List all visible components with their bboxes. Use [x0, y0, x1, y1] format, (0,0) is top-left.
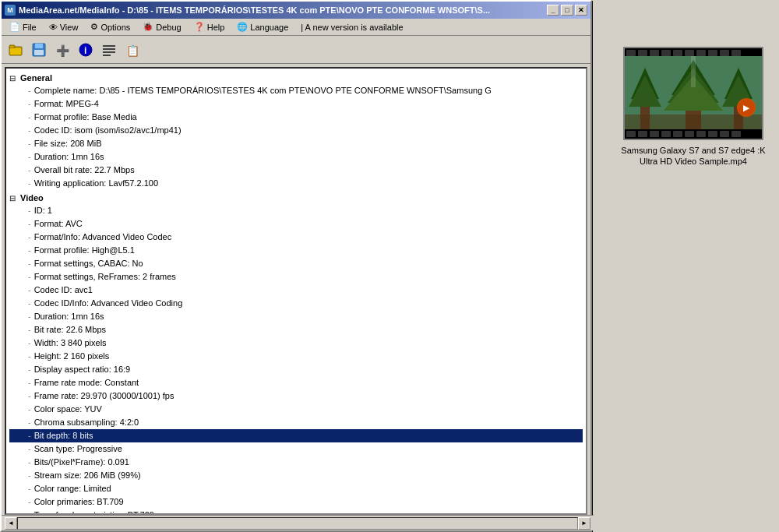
- property-text: Format profile: High@L5.1: [34, 245, 135, 256]
- video-property-row: -Format settings, CABAC: No: [9, 257, 583, 270]
- video-property-row: -Chroma subsampling: 4:2:0: [9, 416, 583, 429]
- dash: -: [28, 324, 31, 336]
- svg-rect-2: [10, 48, 21, 55]
- title-buttons: _ □ ✕: [547, 5, 587, 16]
- toolbar-save-button[interactable]: [28, 39, 50, 61]
- toolbar-list-button[interactable]: [98, 39, 120, 61]
- property-text: Color primaries: BT.709: [34, 496, 124, 508]
- dash: -: [28, 364, 31, 375]
- dash: -: [28, 443, 31, 455]
- dash: -: [28, 298, 31, 309]
- property-text: Format settings, CABAC: No: [34, 258, 143, 270]
- filmstrip-bottom: [625, 129, 762, 139]
- video-property-row: -Format/Info: Advanced Video Codec: [9, 231, 583, 244]
- property-text: File size: 208 MiB: [34, 138, 102, 150]
- menu-debug[interactable]: 🐞 Debug: [136, 19, 187, 35]
- status-bar: ◄ ►: [2, 515, 594, 530]
- property-text: ID: 1: [34, 205, 52, 217]
- general-section-header: ⊟ General: [9, 73, 583, 83]
- menu-language[interactable]: 🌐 Language: [231, 19, 294, 35]
- save-icon: [31, 42, 47, 58]
- video-property-row: -Display aspect ratio: 16:9: [9, 363, 583, 376]
- dash: -: [28, 178, 31, 189]
- video-property-row: -Duration: 1mn 16s: [9, 310, 583, 323]
- dash: -: [28, 231, 31, 243]
- maximize-button[interactable]: □: [561, 5, 573, 16]
- open-folder-icon: [8, 42, 23, 58]
- svg-rect-26: [625, 115, 762, 131]
- property-text: Display aspect ratio: 16:9: [34, 364, 131, 375]
- general-property-row: -Writing application: Lavf57.2.100: [9, 177, 583, 190]
- video-property-row: -Transfer characteristics: BT.709: [9, 509, 583, 515]
- menu-options[interactable]: ⚙ Options: [84, 19, 136, 35]
- property-text: Transfer characteristics: BT.709: [34, 509, 154, 515]
- refresh-icon: ➕: [55, 42, 70, 58]
- svg-rect-1: [9, 45, 15, 48]
- video-property-row: -Color range: Limited: [9, 482, 583, 495]
- dash: -: [28, 337, 31, 349]
- dash: -: [28, 258, 31, 270]
- property-text: Overall bit rate: 22.7 Mbps: [34, 164, 135, 176]
- dash: -: [28, 284, 31, 296]
- play-icon-overlay: ▶: [737, 98, 756, 117]
- toolbar-info-button[interactable]: i: [75, 39, 97, 61]
- video-property-row: -ID: 1: [9, 204, 583, 217]
- export-icon: 📋: [125, 42, 140, 58]
- svg-rect-11: [103, 51, 115, 53]
- property-text: Chroma subsampling: 4:2:0: [34, 417, 139, 428]
- svg-rect-10: [103, 48, 115, 50]
- general-property-row: -Complete name: D:\85 - ITEMS TEMPORÁRIO…: [9, 84, 583, 97]
- property-text: Color space: YUV: [34, 403, 102, 415]
- property-text: Format: AVC: [34, 218, 83, 230]
- minimize-button[interactable]: _: [547, 5, 559, 16]
- dash: -: [28, 430, 31, 442]
- filmstrip-hole-7: [696, 50, 706, 56]
- property-text: Bit rate: 22.6 Mbps: [34, 324, 106, 336]
- close-button[interactable]: ✕: [575, 5, 587, 16]
- view-icon: 👁: [49, 23, 58, 32]
- app-icon: M: [5, 5, 16, 16]
- dash: -: [28, 377, 31, 389]
- video-property-row: -Format: AVC: [9, 217, 583, 231]
- svg-text:📋: 📋: [126, 44, 140, 58]
- dash: -: [28, 470, 31, 481]
- dash: -: [28, 218, 31, 230]
- dash: -: [28, 138, 31, 150]
- video-expand-icon: ⊟: [9, 194, 19, 203]
- general-property-row: -Duration: 1mn 16s: [9, 150, 583, 164]
- property-text: Codec ID: isom (isom/iso2/avc1/mp41): [34, 125, 182, 136]
- dash: -: [28, 205, 31, 217]
- general-property-row: -Format: MPEG-4: [9, 97, 583, 111]
- title-bar: M MediaArea.net/MediaInfo - D:\85 - ITEM…: [2, 2, 590, 19]
- general-expand-icon: ⊟: [9, 74, 19, 83]
- filmstrip-hole-b9: [720, 131, 729, 137]
- dash: -: [28, 403, 31, 415]
- menu-file[interactable]: 📄 File: [3, 19, 43, 35]
- scroll-left-button[interactable]: ◄: [5, 517, 17, 530]
- window-title: MediaArea.net/MediaInfo - D:\85 - ITEMS …: [19, 5, 490, 15]
- property-text: Stream size: 206 MiB (99%): [34, 470, 141, 481]
- dash: -: [28, 496, 31, 508]
- filmstrip-hole-1: [626, 50, 636, 56]
- thumbnail-panel: ▶ Samsung Galaxy S7 and S7 edge4 :K Ultr…: [615, 47, 771, 167]
- toolbar-refresh-button[interactable]: ➕: [51, 39, 73, 61]
- property-text: Format settings, ReFrames: 2 frames: [34, 271, 176, 283]
- video-property-row: -Codec ID/Info: Advanced Video Coding: [9, 297, 583, 310]
- video-property-row: -Format profile: High@L5.1: [9, 244, 583, 257]
- dash: -: [28, 85, 31, 97]
- menu-view[interactable]: 👁 View: [43, 19, 85, 35]
- menu-help[interactable]: ❓ Help: [188, 19, 231, 35]
- property-text: Bit depth: 8 bits: [34, 430, 93, 442]
- toolbar-open-button[interactable]: [5, 39, 26, 61]
- toolbar: ➕ i 📋: [2, 36, 590, 64]
- file-icon: 📄: [9, 22, 20, 32]
- thumbnail-image: ▶: [625, 58, 762, 129]
- scroll-right-button[interactable]: ►: [578, 517, 590, 530]
- toolbar-export-button[interactable]: 📋: [122, 39, 143, 61]
- dash: -: [28, 351, 31, 362]
- video-property-row: -Scan type: Progressive: [9, 442, 583, 456]
- general-property-row: -File size: 208 MiB: [9, 137, 583, 150]
- main-window: M MediaArea.net/MediaInfo - D:\85 - ITEM…: [0, 0, 592, 532]
- info-panel[interactable]: ⊟ General -Complete name: D:\85 - ITEMS …: [5, 67, 587, 515]
- property-text: Complete name: D:\85 - ITEMS TEMPORÁRIOS…: [34, 85, 492, 97]
